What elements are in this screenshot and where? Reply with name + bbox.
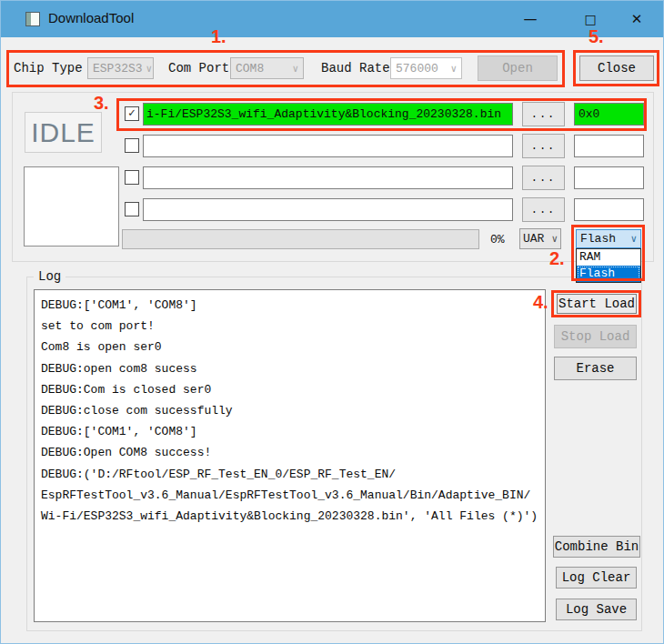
close-button[interactable]: Close [579, 55, 654, 81]
dropdown-option-ram[interactable]: RAM [577, 249, 640, 266]
dropdown-option-flash[interactable]: Flash [577, 266, 640, 282]
target-combo[interactable]: Flash ∨ [576, 229, 641, 248]
offset-input[interactable] [574, 135, 644, 157]
annotation-number-4: 4. [533, 292, 548, 313]
start-load-button[interactable]: Start Load [557, 294, 637, 314]
erase-button[interactable]: Erase [554, 357, 637, 380]
offset-input[interactable]: 0x0 [574, 103, 644, 126]
status-badge: IDLE [25, 112, 102, 153]
app-window: DownloadTool — □ ✕ Chip Type ESP32S3 ∨ C… [0, 0, 664, 644]
close-window-button[interactable]: ✕ [616, 1, 658, 37]
log-line: Com8 is open ser0 [41, 337, 538, 357]
file-checkbox[interactable] [125, 170, 139, 185]
log-line: DEBUG:['COM1', 'COM8'] [41, 421, 538, 442]
log-line: DEBUG:Open COM8 success! [41, 442, 538, 463]
baud-rate-value: 576000 [396, 62, 438, 75]
browse-button[interactable]: ... [522, 197, 565, 222]
uart-combo-value: UAR [523, 232, 544, 246]
log-output[interactable]: DEBUG:['COM1', 'COM8'] set to com port! … [34, 289, 546, 622]
file-path-input[interactable]: i-Fi/ESP32S3_wifi_Adaptivity&Blocking_20… [143, 103, 513, 126]
chevron-down-icon: ∨ [146, 63, 153, 75]
log-line: DEBUG:Com is closed ser0 [41, 379, 538, 400]
com-port-combo[interactable]: COM8 ∨ [230, 57, 304, 79]
progress-bar [122, 229, 479, 249]
com-port-value: COM8 [236, 62, 264, 75]
combine-bin-button[interactable]: Combine Bin [553, 536, 640, 558]
annotation-number-2: 2. [549, 248, 565, 269]
log-save-button[interactable]: Log Save [556, 599, 637, 620]
chevron-down-icon: ∨ [551, 233, 558, 245]
log-line: DEBUG:['COM1', 'COM8'] [41, 295, 538, 316]
offset-input[interactable] [574, 166, 644, 189]
com-port-label: Com Port [168, 61, 229, 75]
chip-type-label: Chip Type [14, 61, 83, 75]
browse-button[interactable]: ... [522, 102, 565, 126]
progress-percent: 0% [490, 233, 505, 247]
chevron-down-icon: ∨ [450, 63, 457, 75]
target-dropdown-list: RAM Flash [576, 248, 641, 283]
log-line: DEBUG:close com sucessfully [41, 400, 538, 421]
window-title: DownloadTool [48, 10, 134, 25]
baud-rate-combo[interactable]: 576000 ∨ [390, 57, 462, 79]
log-line: DEBUG:open com8 sucess [41, 358, 538, 379]
log-line: DEBUG:('D:/RFtool/ESP_RF_Test_EN_0/ESP_R… [41, 464, 538, 485]
log-line: Wi-Fi/ESP32S3_wifi_Adaptivity&Blocking_2… [41, 506, 538, 527]
stop-load-button[interactable]: Stop Load [554, 325, 637, 348]
browse-button[interactable]: ... [522, 134, 565, 158]
log-line: set to com port! [41, 316, 538, 337]
chip-type-combo[interactable]: ESP32S3 ∨ [87, 57, 154, 79]
file-path-input[interactable] [143, 135, 513, 157]
file-checkbox[interactable] [125, 202, 139, 216]
chip-type-value: ESP32S3 [93, 62, 143, 75]
log-clear-button[interactable]: Log Clear [556, 567, 637, 589]
annotation-number-1: 1. [211, 26, 226, 47]
baud-rate-label: Baud Rate [321, 61, 390, 75]
minimize-button[interactable]: — [509, 1, 551, 37]
chevron-down-icon: ∨ [630, 233, 637, 245]
title-bar: DownloadTool — □ ✕ [1, 1, 663, 37]
file-path-input[interactable] [143, 198, 513, 221]
app-icon [25, 12, 40, 26]
chevron-down-icon: ∨ [292, 63, 298, 75]
preview-box [24, 166, 119, 247]
offset-input[interactable] [574, 198, 644, 221]
file-checkbox[interactable] [125, 138, 139, 153]
file-path-input[interactable] [143, 166, 513, 189]
open-button[interactable]: Open [478, 55, 558, 81]
uart-combo[interactable]: UAR ∨ [519, 228, 561, 249]
annotation-number-5: 5. [589, 26, 604, 47]
file-checkbox[interactable]: ✓ [125, 106, 139, 121]
log-group-label: Log [34, 269, 65, 284]
target-combo-value: Flash [580, 232, 616, 246]
log-line: EspRFTestTool_v3.6_Manual/EspRFTestTool_… [41, 485, 538, 506]
annotation-number-3: 3. [94, 93, 109, 114]
browse-button[interactable]: ... [522, 166, 565, 190]
